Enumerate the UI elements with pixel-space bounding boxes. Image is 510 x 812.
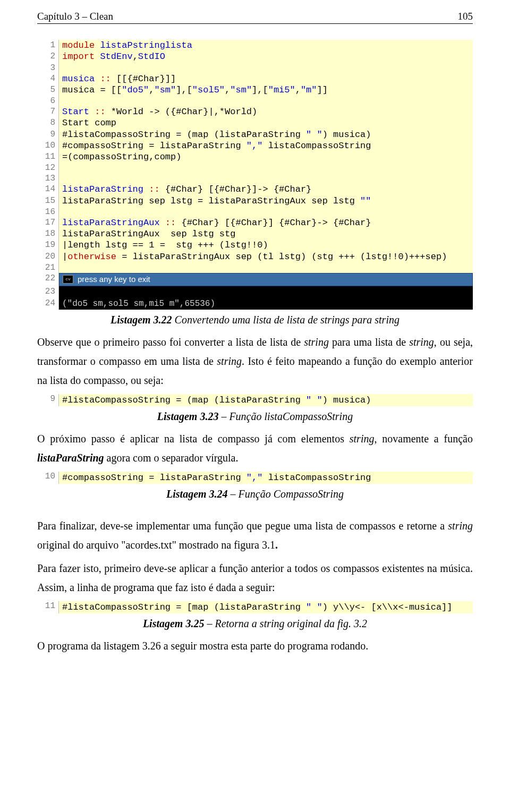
code-line-text [59,96,62,106]
code-line-text: |otherwise = listaParaStringAux sep (tl … [59,251,447,262]
caption-3-24: Listagem 3.24 – Função CompassoString [37,488,473,500]
code-line-text: musica :: [[{#Char}]] [59,73,176,84]
code-line-text: listaParaStringAux :: {#Char} [{#Char}] … [59,217,371,228]
code-snippet-2: 10 #compassoString = listaParaString ","… [37,472,473,484]
code-line-text [59,163,62,173]
paragraph-1: Observe que o primeiro passo foi convert… [37,332,473,390]
code-line-text [59,262,62,273]
code-line-text: #listaCompassoString = (map (listaParaSt… [59,129,371,140]
console-output-blank [59,286,473,298]
caption-3-25: Listagem 3.25 – Retorna a string origina… [37,618,473,630]
code-line-text: listaParaString sep lstg = listaParaStri… [59,195,371,207]
code-line-text: listaParaString :: {#Char} [{#Char}]-> {… [59,184,311,195]
code-line-text [59,63,62,73]
code-snippet-3: 11 #listaCompassoString = [map (listaPar… [37,601,473,613]
paragraph-3: Para finalizar, deve-se implementar uma … [37,516,473,554]
header-chapter: Capítulo 3 – Clean [37,11,113,22]
console-title-bar: cvpress any key to exit [59,273,473,286]
console-output: ("do5 sm,sol5 sm,mi5 m",65536) [59,298,473,310]
code-snippet-1: 9 #listaCompassoString = (map (listaPara… [37,394,473,406]
code-line-text: import StdEnv,StdIO [59,51,165,62]
console-title-text: press any key to exit [78,275,150,285]
cmd-icon: cv [63,275,73,284]
caption-3-23: Listagem 3.23 – Função listaCompassoStri… [37,411,473,423]
paragraph-4: Para fazer isto, primeiro deve-se aplica… [37,559,473,597]
code-line-text: |length lstg == 1 = stg +++ (lstg!!0) [59,240,268,251]
code-line-text [59,173,62,184]
code-line-text: #compassoString = listaParaString "," li… [59,140,371,151]
paragraph-5: O programa da listagem 3.26 a seguir mos… [37,636,473,655]
code-line-text: Start :: *World -> ({#Char}|,*World) [59,106,257,117]
paragraph-2: O próximo passo é aplicar na lista de co… [37,429,473,467]
code-listing-main: 1module listaPstringlista2import StdEnv,… [37,40,473,310]
code-line-text: Start comp [59,117,116,129]
page-header: Capítulo 3 – Clean 105 [37,11,473,24]
code-line-text: =(compassoString,comp) [59,151,181,163]
code-line-text [59,207,62,217]
caption-3-22: Listagem 3.22 Convertendo uma lista de l… [37,314,473,326]
code-line-text: musica = [["do5","sm"],["sol5","sm"],["m… [59,84,328,96]
code-line-text: module listaPstringlista [59,40,192,51]
code-line-text: listaParaStringAux sep lstg stg [59,228,235,240]
header-page-number: 105 [458,11,473,22]
